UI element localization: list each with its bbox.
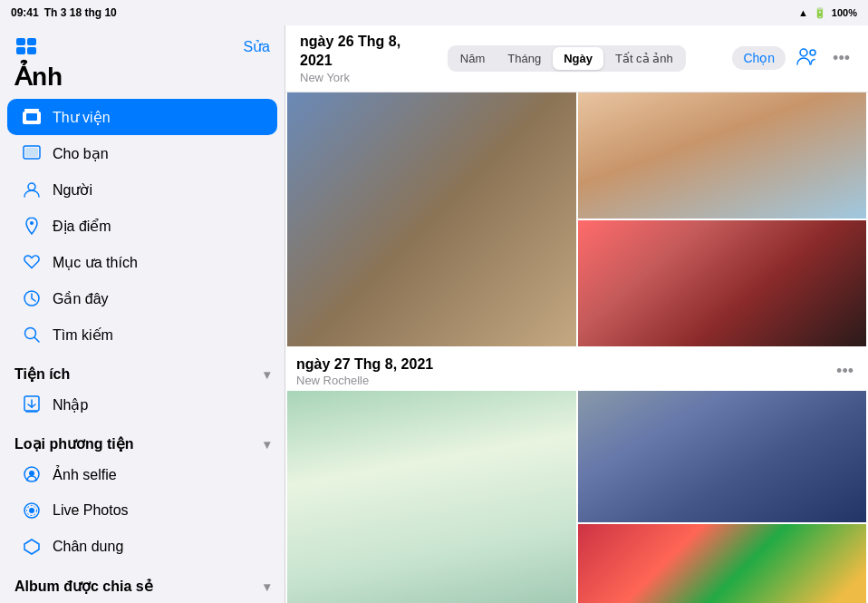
- nav-label-favorites: Mục ưa thích: [53, 254, 138, 271]
- tab-month[interactable]: Tháng: [497, 47, 552, 70]
- svg-marker-21: [24, 540, 39, 554]
- wifi-icon: ▲: [798, 7, 808, 18]
- photo-grid-aug27: [285, 391, 868, 603]
- tab-group: Năm Tháng Ngày Tất cả ảnh: [448, 45, 686, 72]
- svg-rect-2: [16, 47, 25, 54]
- nav-item-search[interactable]: Tìm kiếm: [7, 316, 277, 353]
- search-icon: [22, 325, 42, 345]
- more-button[interactable]: •••: [829, 45, 854, 72]
- select-button[interactable]: Chọn: [732, 46, 786, 70]
- nav-item-people[interactable]: Người: [7, 171, 277, 208]
- photo-section-aug27: ngày 27 Thg 8, 2021 New Rochelle •••: [285, 348, 868, 603]
- photo-cell[interactable]: [287, 92, 576, 346]
- svg-point-25: [800, 49, 807, 56]
- library-icon: [22, 107, 42, 127]
- photo-cell[interactable]: [578, 220, 867, 346]
- photo-cell[interactable]: [578, 524, 867, 603]
- battery-icon: 🔋: [814, 7, 826, 19]
- photo-cell[interactable]: [578, 391, 867, 522]
- tab-day[interactable]: Ngày: [553, 47, 603, 70]
- photo-cell[interactable]: [287, 391, 576, 603]
- app-container: Sửa Ảnh Thư viện Cho bạn: [0, 25, 868, 603]
- section-more-button-aug27[interactable]: •••: [833, 358, 857, 384]
- utilities-chevron-icon: ▾: [264, 367, 270, 382]
- nav-label-library: Thư viện: [53, 109, 111, 126]
- sidebar: Sửa Ảnh Thư viện Cho bạn: [0, 25, 285, 603]
- sidebar-header-left: [14, 34, 38, 58]
- tab-all[interactable]: Tất cả ảnh: [604, 47, 684, 70]
- sidebar-grid-icon[interactable]: [14, 34, 38, 58]
- photo-cell[interactable]: [578, 92, 867, 219]
- selfie-icon: [22, 464, 42, 484]
- svg-rect-6: [26, 113, 37, 121]
- svg-point-17: [29, 471, 34, 476]
- nav-label-import: Nhập: [53, 396, 88, 413]
- svg-rect-8: [25, 148, 38, 157]
- section-sharedalbums-header[interactable]: Album được chia sẻ ▾: [0, 565, 285, 598]
- nav-item-recents[interactable]: Gần đây: [7, 280, 277, 316]
- status-bar: 09:41 Th 3 18 thg 10 ▲ 🔋 100%: [0, 0, 868, 25]
- svg-rect-3: [27, 47, 36, 54]
- status-time: 09:41: [11, 6, 39, 19]
- toolbar-actions: Chọn •••: [732, 43, 854, 74]
- section-location-aug27: New Rochelle: [296, 374, 433, 387]
- nav-item-library[interactable]: Thư viện: [7, 99, 277, 135]
- section-more-dots-icon: •••: [836, 362, 854, 380]
- toolbar: ngày 26 Thg 8, 2021 New York Năm Tháng N…: [285, 25, 868, 92]
- section-mediatypes-header[interactable]: Loại phương tiện ▾: [0, 423, 285, 456]
- photo-section-aug26: [285, 92, 868, 348]
- nav-item-allshared[interactable]: Tất cả album được chia sẻ: [7, 598, 277, 603]
- svg-point-26: [810, 50, 815, 55]
- more-dots-icon: •••: [833, 49, 850, 67]
- svg-point-10: [30, 221, 34, 225]
- people-nav-icon: [22, 180, 42, 199]
- live-photos-icon: [22, 501, 42, 520]
- nav-label-recents: Gần đây: [53, 290, 109, 307]
- section-sharedalbums-label: Album được chia sẻ: [14, 578, 153, 595]
- section-utilities-label: Tiện ích: [14, 365, 70, 383]
- nav-item-foryou[interactable]: Cho bạn: [7, 135, 277, 171]
- section-mediatypes-label: Loại phương tiện: [14, 435, 134, 452]
- svg-rect-1: [27, 38, 36, 45]
- nav-item-selfies[interactable]: Ảnh selfie: [7, 456, 277, 492]
- svg-line-13: [34, 337, 39, 342]
- nav-item-portrait[interactable]: Chân dung: [7, 529, 277, 565]
- nav-label-foryou: Cho bạn: [53, 145, 109, 162]
- portrait-icon: [22, 537, 42, 557]
- sharedalbums-chevron-icon: ▾: [264, 579, 270, 594]
- status-date: Th 3 18 thg 10: [44, 6, 117, 19]
- svg-point-19: [29, 508, 34, 513]
- tab-year[interactable]: Năm: [449, 47, 496, 70]
- nav-item-places[interactable]: Địa điểm: [7, 208, 277, 244]
- places-icon: [22, 216, 42, 236]
- nav-label-search: Tìm kiếm: [53, 326, 113, 344]
- nav-label-livephotos: Live Photos: [53, 502, 129, 519]
- recents-icon: [22, 288, 42, 308]
- sidebar-header: Sửa: [0, 25, 285, 62]
- main-content: ngày 26 Thg 8, 2021 New York Năm Tháng N…: [285, 25, 868, 603]
- toolbar-date-info: ngày 26 Thg 8, 2021 New York: [300, 33, 400, 84]
- toolbar-location: New York: [300, 71, 400, 84]
- nav-item-livephotos[interactable]: Live Photos: [7, 492, 277, 529]
- nav-label-people: Người: [53, 181, 92, 199]
- svg-rect-0: [16, 38, 25, 45]
- toolbar-date-title: ngày 26 Thg 8, 2021: [300, 33, 400, 71]
- svg-point-9: [28, 183, 35, 190]
- favorites-icon: [22, 252, 42, 272]
- section-date-bar-aug27: ngày 27 Thg 8, 2021 New Rochelle •••: [285, 348, 868, 392]
- photo-grid-aug26: [285, 92, 868, 348]
- nav-label-selfies: Ảnh selfie: [53, 466, 117, 483]
- svg-rect-5: [24, 109, 39, 112]
- people-button[interactable]: [793, 43, 822, 74]
- foryou-icon: [22, 143, 42, 163]
- section-date-title-aug27: ngày 27 Thg 8, 2021: [296, 355, 433, 374]
- nav-item-favorites[interactable]: Mục ưa thích: [7, 244, 277, 280]
- edit-button[interactable]: Sửa: [243, 38, 270, 55]
- battery-percent: 100%: [832, 7, 857, 18]
- nav-label-portrait: Chân dung: [53, 539, 123, 555]
- section-utilities-header[interactable]: Tiện ích ▾: [0, 353, 285, 386]
- sidebar-title: Ảnh: [0, 62, 285, 99]
- nav-item-import[interactable]: Nhập: [7, 386, 277, 423]
- nav-label-places: Địa điểm: [53, 218, 111, 235]
- photos-area: ngày 27 Thg 8, 2021 New Rochelle •••: [285, 92, 868, 603]
